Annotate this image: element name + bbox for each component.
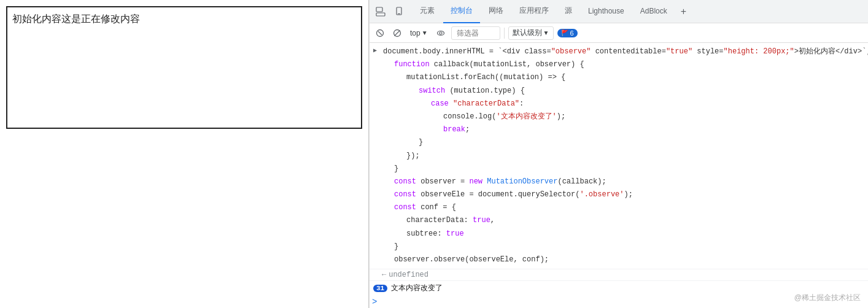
code-block-main: ▶ document.body.innerHTML = `<div class=… [370, 43, 868, 269]
code-line-11: const observer = new MutationObserver(ca… [370, 175, 868, 188]
code-line-15: subtree: true [370, 228, 868, 241]
svg-line-7 [395, 30, 400, 36]
devtools-panel: 元素 控制台 网络 应用程序 源 Lighthouse AdBlock + to… [369, 0, 868, 308]
svg-rect-1 [376, 13, 385, 16]
code-line-16: } [370, 241, 868, 253]
tab-lighthouse[interactable]: Lighthouse [581, 0, 632, 23]
code-line-7: break; [370, 123, 868, 136]
top-label: top [410, 29, 420, 37]
code-line-14: characterData: true, [370, 214, 868, 227]
left-panel: 初始化内容这是正在修改内容 [0, 0, 369, 308]
code-line-6: console.log('文本内容改变了'); [370, 110, 868, 123]
svg-line-5 [378, 31, 382, 35]
console-toolbar: top ▼ 默认级别 ▼ 🚩 6 [370, 23, 868, 43]
console-prompt-line[interactable]: > [370, 295, 868, 308]
eye-icon-button[interactable] [434, 28, 448, 39]
console-content[interactable]: ▶ document.body.innerHTML = `<div class=… [370, 43, 868, 308]
prompt-symbol: > [372, 297, 377, 307]
tab-adblock[interactable]: AdBlock [633, 0, 675, 23]
code-line-17: observer.observe(observeEle, conf); [370, 253, 868, 266]
issue-badge[interactable]: 🚩 6 [557, 29, 578, 37]
filter-input[interactable] [451, 26, 500, 40]
code-line-13: const conf = { [370, 201, 868, 214]
result-text: undefined [389, 271, 428, 279]
add-tab-button[interactable]: + [676, 0, 691, 23]
log-level-selector[interactable]: 默认级别 ▼ [508, 26, 554, 40]
tab-bar: 元素 控制台 网络 应用程序 源 Lighthouse AdBlock + [370, 0, 868, 23]
code-line-3: mutationList.forEach((mutation) => { [370, 71, 868, 84]
code-line-2: function callback(mutationList, observer… [370, 58, 868, 71]
device-icon[interactable] [392, 4, 406, 19]
result-line: ← undefined [370, 269, 868, 280]
result-arrow: ← [382, 271, 386, 279]
level-dropdown-icon: ▼ [543, 29, 549, 36]
tab-elements[interactable]: 元素 [413, 0, 442, 23]
watermark: @稀土掘金技术社区 [794, 293, 861, 303]
no-symbol-button[interactable] [390, 28, 404, 39]
tab-sources[interactable]: 源 [557, 0, 579, 23]
code-line-4: switch (mutation.type) { [370, 85, 868, 98]
editable-content[interactable]: 初始化内容这是正在修改内容 [6, 6, 362, 129]
code-line-1[interactable]: ▶ document.body.innerHTML = `<div class=… [370, 45, 868, 58]
expand-arrow: ▶ [373, 46, 382, 56]
tab-console[interactable]: 控制台 [443, 0, 480, 23]
code-line-8: } [370, 136, 868, 149]
inspect-icon[interactable] [373, 4, 388, 19]
svg-rect-0 [376, 7, 382, 12]
tab-icon-group [373, 4, 406, 19]
log-line: 31 文本内容改变了 [370, 280, 868, 295]
level-label: 默认级别 [513, 28, 542, 38]
svg-point-9 [440, 32, 442, 34]
top-dropdown-icon: ▼ [422, 29, 428, 36]
code-line-10: } [370, 163, 868, 175]
code-text-1: document.body.innerHTML = `<div class="o… [383, 46, 868, 58]
log-count-badge: 31 [373, 285, 387, 292]
issue-badge-icon: 🚩 [561, 29, 568, 36]
tab-network[interactable]: 网络 [481, 0, 511, 23]
top-context-selector[interactable]: top ▼ [408, 28, 430, 39]
tab-application[interactable]: 应用程序 [512, 0, 556, 23]
toolbar-divider [504, 28, 505, 39]
code-line-12: const observeEle = document.querySelecto… [370, 188, 868, 201]
issue-count: 6 [570, 29, 574, 37]
log-message: 文本内容改变了 [391, 283, 443, 293]
code-line-9: }); [370, 150, 868, 163]
code-line-5: case "characterData": [370, 98, 868, 110]
clear-console-button[interactable] [373, 28, 387, 39]
